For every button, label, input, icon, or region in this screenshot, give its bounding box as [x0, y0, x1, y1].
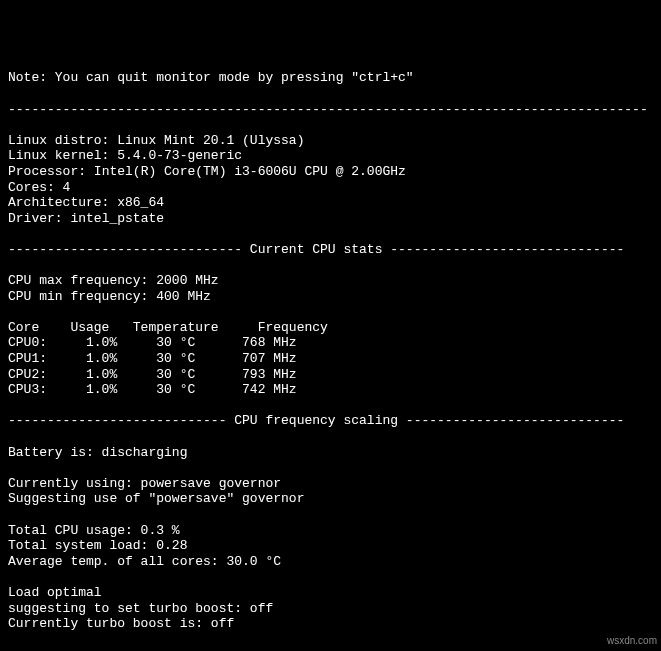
processor-value: Intel(R) Core(TM) i3-6006U CPU @ 2.00GHz: [94, 164, 406, 179]
terminal-output: Note: You can quit monitor mode by press…: [8, 70, 653, 651]
min-freq-label: CPU min frequency:: [8, 289, 156, 304]
avg-temp: Average temp. of all cores: 30.0 °C: [8, 554, 281, 569]
divider: ----------------------------------------…: [8, 647, 648, 651]
processor-label: Processor:: [8, 164, 94, 179]
driver-label: Driver:: [8, 211, 70, 226]
governor-suggest: Suggesting use of "powersave" governor: [8, 491, 304, 506]
core-row: CPU2: 1.0% 30 °C 793 MHz: [8, 367, 297, 382]
arch-value: x86_64: [117, 195, 164, 210]
turbo-suggest: suggesting to set turbo boost: off: [8, 601, 273, 616]
note-line: Note: You can quit monitor mode by press…: [8, 70, 414, 85]
load-status: Load optimal: [8, 585, 102, 600]
cores-label: Cores:: [8, 180, 63, 195]
core-table-header: Core Usage Temperature Frequency: [8, 320, 328, 335]
core-row: CPU1: 1.0% 30 °C 707 MHz: [8, 351, 297, 366]
total-load: Total system load: 0.28: [8, 538, 187, 553]
governor-current: Currently using: powersave governor: [8, 476, 281, 491]
divider: ----------------------------------------…: [8, 102, 648, 117]
cores-value: 4: [63, 180, 71, 195]
kernel-label: Linux kernel:: [8, 148, 117, 163]
core-row: CPU3: 1.0% 30 °C 742 MHz: [8, 382, 297, 397]
stats-header: ------------------------------ Current C…: [8, 242, 624, 257]
core-row: CPU0: 1.0% 30 °C 768 MHz: [8, 335, 297, 350]
distro-label: Linux distro:: [8, 133, 117, 148]
kernel-value: 5.4.0-73-generic: [117, 148, 242, 163]
total-usage: Total CPU usage: 0.3 %: [8, 523, 180, 538]
driver-value: intel_pstate: [70, 211, 164, 226]
battery-status: Battery is: discharging: [8, 445, 187, 460]
min-freq-value: 400 MHz: [156, 289, 211, 304]
distro-value: Linux Mint 20.1 (Ulyssa): [117, 133, 304, 148]
scaling-header: ---------------------------- CPU frequen…: [8, 413, 624, 428]
watermark: wsxdn.com: [607, 635, 657, 647]
turbo-current: Currently turbo boost is: off: [8, 616, 234, 631]
arch-label: Architecture:: [8, 195, 117, 210]
max-freq-value: 2000 MHz: [156, 273, 218, 288]
max-freq-label: CPU max frequency:: [8, 273, 156, 288]
